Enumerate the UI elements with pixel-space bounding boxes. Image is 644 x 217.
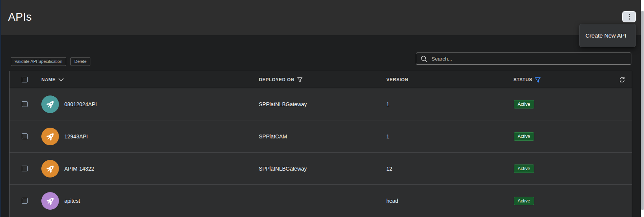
column-label-version: VERSION xyxy=(386,77,409,82)
column-header-version[interactable]: VERSION xyxy=(386,71,409,88)
api-name[interactable]: APIM-14322 xyxy=(64,153,94,185)
menu-item-create-new-api[interactable]: Create New API xyxy=(580,32,626,39)
page-header: APIs xyxy=(1,0,641,35)
api-avatar xyxy=(41,128,59,145)
status-badge: Active xyxy=(514,197,534,205)
page-title: APIs xyxy=(8,11,32,23)
column-label-status: STATUS xyxy=(513,77,532,82)
table-row[interactable]: APIM-14322 SPPlatNLBGateway 12 Active xyxy=(10,153,632,185)
apis-table: NAME DEPLOYED ON VERSION STATUS xyxy=(9,71,632,217)
search-icon xyxy=(420,55,428,62)
rocket-icon xyxy=(45,132,56,142)
status-badge: Active xyxy=(514,100,534,108)
api-status: Active xyxy=(514,153,534,185)
scrollbar-thumb[interactable] xyxy=(641,11,644,210)
table-row[interactable]: apitest head Active xyxy=(10,185,632,217)
rocket-icon xyxy=(45,99,56,110)
table-header-row: NAME DEPLOYED ON VERSION STATUS xyxy=(10,71,632,88)
app-window: APIs Create New API Validate API Specifi… xyxy=(0,0,644,217)
api-avatar xyxy=(41,95,59,113)
api-name[interactable]: 08012024API xyxy=(64,88,97,120)
row-checkbox[interactable] xyxy=(22,198,28,204)
filter-icon-active[interactable] xyxy=(535,77,541,83)
api-name[interactable]: 12943API xyxy=(64,120,88,153)
api-status: Active xyxy=(514,120,534,153)
table-row[interactable]: 08012024API SPPlatNLBGateway 1 Active xyxy=(10,88,632,120)
refresh-icon[interactable] xyxy=(619,76,626,83)
status-badge: Active xyxy=(514,132,534,141)
column-header-deployed-on[interactable]: DEPLOYED ON xyxy=(259,71,302,88)
column-label-name: NAME xyxy=(41,77,56,82)
column-header-name[interactable]: NAME xyxy=(41,71,64,88)
api-status: Active xyxy=(514,185,534,217)
api-deployed-on: SPPlatCAM xyxy=(259,120,287,153)
row-checkbox[interactable] xyxy=(22,133,28,139)
row-checkbox[interactable] xyxy=(22,166,28,171)
api-version: head xyxy=(386,185,398,217)
api-deployed-on: SPPlatNLBGateway xyxy=(259,153,307,185)
search-input[interactable] xyxy=(432,56,631,62)
delete-button[interactable]: Delete xyxy=(70,57,90,66)
api-avatar xyxy=(41,192,59,210)
column-label-deployed-on: DEPLOYED ON xyxy=(259,77,294,82)
table-body: 08012024API SPPlatNLBGateway 1 Active 12… xyxy=(10,88,632,217)
api-avatar xyxy=(41,160,59,178)
kebab-menu-button[interactable] xyxy=(622,11,636,22)
api-version: 1 xyxy=(386,120,389,153)
kebab-dropdown-menu: Create New API xyxy=(579,24,636,47)
api-deployed-on: SPPlatNLBGateway xyxy=(259,88,307,120)
api-version: 12 xyxy=(386,153,392,185)
api-name[interactable]: apitest xyxy=(64,185,80,217)
validate-api-specification-button[interactable]: Validate API Specification xyxy=(11,57,66,66)
column-header-status[interactable]: STATUS xyxy=(513,71,541,88)
rocket-icon xyxy=(45,164,56,174)
api-status: Active xyxy=(514,88,534,120)
filter-icon[interactable] xyxy=(297,77,302,82)
status-badge: Active xyxy=(514,164,534,173)
search-box[interactable] xyxy=(416,53,631,65)
rocket-icon xyxy=(45,196,56,206)
chevron-down-icon xyxy=(58,78,64,82)
api-version: 1 xyxy=(386,88,389,120)
kebab-vertical-dots-icon xyxy=(629,14,630,20)
table-row[interactable]: 12943API SPPlatCAM 1 Active xyxy=(10,120,632,153)
vertical-scrollbar[interactable] xyxy=(641,0,644,217)
select-all-checkbox[interactable] xyxy=(22,77,28,82)
row-checkbox[interactable] xyxy=(22,101,28,107)
